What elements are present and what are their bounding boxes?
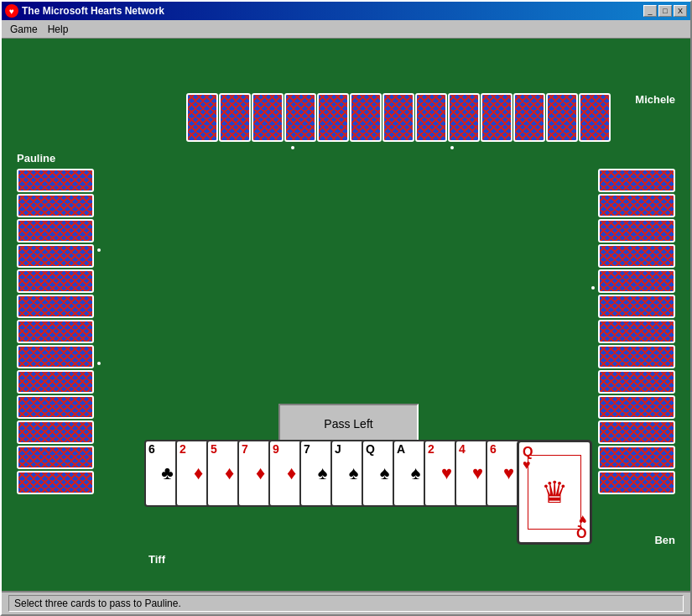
- minimize-button[interactable]: _: [643, 5, 657, 17]
- player-hand: 6 ♣ 6 2 ♦ 2 5 ♦ 5 7 ♦ 7: [144, 440, 592, 545]
- top-card-6: [350, 93, 382, 142]
- top-card-12: [546, 93, 578, 142]
- right-card-4: [598, 244, 675, 268]
- player-tiff-label: Tiff: [148, 553, 165, 566]
- status-bar: Select three cards to pass to Pauline.: [2, 591, 690, 614]
- player-pauline-label: Pauline: [17, 152, 55, 164]
- right-card-9: [598, 370, 675, 394]
- left-card-7: [17, 320, 94, 343]
- top-card-7: [382, 93, 414, 142]
- left-card-3: [17, 219, 94, 243]
- right-card-12: [598, 446, 675, 469]
- right-card-11: [598, 420, 675, 444]
- left-card-9: [17, 370, 94, 394]
- top-card-9: [448, 93, 480, 142]
- left-card-1: [17, 169, 94, 192]
- window-controls: _ □ X: [643, 5, 687, 17]
- right-card-2: [598, 194, 675, 217]
- left-card-12: [17, 446, 94, 469]
- right-card-7: [598, 320, 675, 343]
- left-card-11: [17, 420, 94, 444]
- right-card-6: [598, 295, 675, 318]
- window-title: The Microsoft Hearts Network: [22, 5, 643, 17]
- dot-indicator-2: [450, 146, 454, 149]
- top-card-11: [513, 93, 545, 142]
- top-player-cards: [186, 93, 611, 142]
- top-card-5: [317, 93, 349, 142]
- right-card-10: [598, 395, 675, 419]
- right-card-5: [598, 269, 675, 293]
- queen-suit-bottom: ♥: [579, 512, 587, 527]
- right-card-13: [598, 471, 675, 494]
- player-ben-label: Ben: [654, 534, 675, 546]
- pass-left-button[interactable]: Pass Left: [278, 404, 419, 443]
- left-card-13: [17, 471, 94, 494]
- app-icon: ♥: [5, 4, 18, 18]
- dot-left-1: [97, 248, 101, 252]
- right-card-1: [598, 169, 675, 192]
- left-card-6: [17, 295, 94, 318]
- left-card-2: [17, 194, 94, 217]
- left-player-cards: [17, 169, 94, 494]
- right-card-8: [598, 345, 675, 368]
- right-card-3: [598, 219, 675, 243]
- top-card-3: [252, 93, 284, 142]
- top-card-10: [481, 93, 512, 142]
- left-card-5: [17, 269, 94, 293]
- main-window: ♥ The Microsoft Hearts Network _ □ X Gam…: [0, 0, 692, 616]
- top-card-4: [284, 93, 316, 142]
- top-card-13: [579, 93, 611, 142]
- status-message: Select three cards to pass to Pauline.: [8, 595, 684, 612]
- top-card-8: [415, 93, 447, 142]
- game-area: Michele Pauline: [2, 39, 690, 591]
- right-player-cards: [598, 169, 675, 494]
- title-bar: ♥ The Microsoft Hearts Network _ □ X: [2, 2, 690, 20]
- left-card-8: [17, 345, 94, 368]
- maximize-button[interactable]: □: [658, 5, 672, 17]
- dot-right-1: [591, 286, 595, 290]
- menu-game[interactable]: Game: [5, 22, 43, 37]
- player-michele-label: Michele: [635, 93, 675, 106]
- menu-bar: Game Help: [2, 20, 690, 39]
- dot-left-2: [97, 362, 101, 365]
- close-button[interactable]: X: [674, 5, 687, 17]
- dot-indicator-1: [291, 146, 294, 149]
- left-card-4: [17, 244, 94, 268]
- left-card-10: [17, 395, 94, 419]
- top-card-1: [186, 93, 218, 142]
- top-card-2: [219, 93, 251, 142]
- menu-help[interactable]: Help: [43, 22, 74, 37]
- hand-card-qh[interactable]: Q ♥ ♛ Q ♥: [517, 440, 592, 545]
- status-text: Select three cards to pass to Pauline.: [14, 598, 181, 609]
- queen-face: ♛: [541, 475, 568, 510]
